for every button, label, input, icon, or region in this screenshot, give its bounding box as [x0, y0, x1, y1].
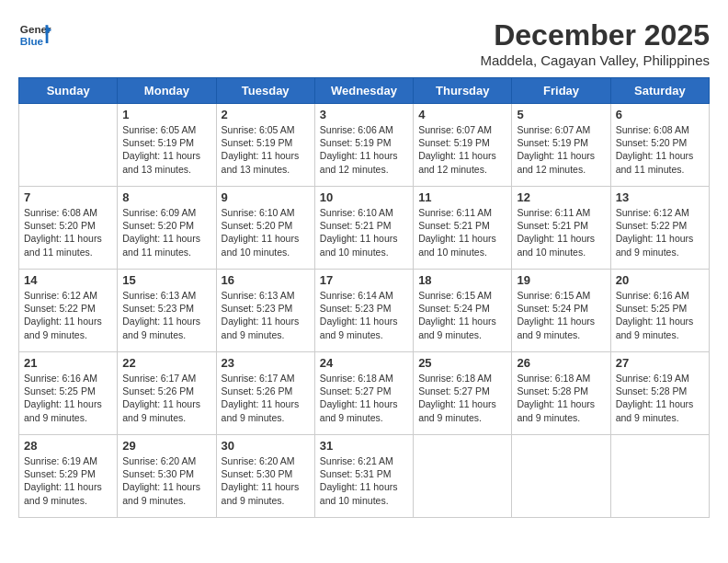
svg-text:Blue: Blue	[20, 35, 44, 47]
svg-rect-3	[46, 25, 49, 43]
day-number: 6	[616, 108, 704, 121]
calendar-cell: 9Sunrise: 6:10 AMSunset: 5:20 PMDaylight…	[216, 187, 314, 270]
calendar-table: SundayMondayTuesdayWednesdayThursdayFrid…	[18, 77, 710, 518]
calendar-week-row: 14Sunrise: 6:12 AMSunset: 5:22 PMDayligh…	[19, 270, 710, 352]
day-info: Sunrise: 6:14 AMSunset: 5:23 PMDaylight:…	[320, 289, 408, 341]
day-info: Sunrise: 6:16 AMSunset: 5:25 PMDaylight:…	[616, 289, 704, 341]
calendar-cell	[19, 104, 118, 187]
day-info: Sunrise: 6:09 AMSunset: 5:20 PMDaylight:…	[122, 206, 210, 259]
day-info: Sunrise: 6:18 AMSunset: 5:27 PMDaylight:…	[320, 372, 408, 424]
calendar-cell: 22Sunrise: 6:17 AMSunset: 5:26 PMDayligh…	[118, 352, 216, 435]
calendar-cell: 25Sunrise: 6:18 AMSunset: 5:27 PMDayligh…	[414, 352, 512, 435]
calendar-cell: 12Sunrise: 6:11 AMSunset: 5:21 PMDayligh…	[512, 187, 610, 270]
day-info: Sunrise: 6:13 AMSunset: 5:23 PMDaylight:…	[222, 289, 310, 341]
calendar-header-row: SundayMondayTuesdayWednesdayThursdayFrid…	[19, 78, 710, 104]
day-info: Sunrise: 6:07 AMSunset: 5:19 PMDaylight:…	[418, 123, 506, 176]
day-info: Sunrise: 6:15 AMSunset: 5:24 PMDaylight:…	[517, 289, 605, 341]
day-info: Sunrise: 6:10 AMSunset: 5:21 PMDaylight:…	[320, 206, 408, 259]
day-info: Sunrise: 6:13 AMSunset: 5:23 PMDaylight:…	[122, 289, 210, 341]
calendar-cell: 31Sunrise: 6:21 AMSunset: 5:31 PMDayligh…	[314, 435, 413, 518]
calendar-cell: 26Sunrise: 6:18 AMSunset: 5:28 PMDayligh…	[512, 352, 610, 435]
calendar-cell: 15Sunrise: 6:13 AMSunset: 5:23 PMDayligh…	[118, 270, 216, 352]
day-number: 9	[222, 190, 310, 204]
calendar-cell: 16Sunrise: 6:13 AMSunset: 5:23 PMDayligh…	[216, 270, 314, 352]
calendar-week-row: 28Sunrise: 6:19 AMSunset: 5:29 PMDayligh…	[19, 435, 710, 518]
calendar-cell	[414, 435, 512, 518]
calendar-cell: 27Sunrise: 6:19 AMSunset: 5:28 PMDayligh…	[610, 352, 709, 435]
day-number: 7	[24, 190, 112, 204]
day-info: Sunrise: 6:11 AMSunset: 5:21 PMDaylight:…	[418, 206, 506, 259]
day-info: Sunrise: 6:18 AMSunset: 5:28 PMDaylight:…	[517, 372, 605, 424]
calendar-week-row: 7Sunrise: 6:08 AMSunset: 5:20 PMDaylight…	[19, 187, 710, 270]
day-info: Sunrise: 6:19 AMSunset: 5:29 PMDaylight:…	[24, 454, 112, 507]
calendar-cell	[610, 435, 709, 518]
calendar-cell: 28Sunrise: 6:19 AMSunset: 5:29 PMDayligh…	[19, 435, 118, 518]
day-number: 22	[122, 356, 210, 370]
logo: General Blue	[18, 18, 51, 52]
calendar-cell	[512, 435, 610, 518]
column-header-sunday: Sunday	[19, 78, 118, 104]
day-number: 19	[517, 273, 605, 287]
day-info: Sunrise: 6:17 AMSunset: 5:26 PMDaylight:…	[222, 372, 310, 424]
day-info: Sunrise: 6:12 AMSunset: 5:22 PMDaylight:…	[24, 289, 112, 341]
day-number: 1	[122, 108, 210, 121]
day-number: 12	[517, 190, 605, 204]
calendar-cell: 23Sunrise: 6:17 AMSunset: 5:26 PMDayligh…	[216, 352, 314, 435]
calendar-cell: 1Sunrise: 6:05 AMSunset: 5:19 PMDaylight…	[118, 104, 216, 187]
day-number: 5	[517, 108, 605, 121]
calendar-cell: 14Sunrise: 6:12 AMSunset: 5:22 PMDayligh…	[19, 270, 118, 352]
day-number: 16	[222, 273, 310, 287]
day-info: Sunrise: 6:15 AMSunset: 5:24 PMDaylight:…	[418, 289, 506, 341]
day-info: Sunrise: 6:20 AMSunset: 5:30 PMDaylight:…	[122, 454, 210, 507]
day-number: 13	[616, 190, 704, 204]
day-info: Sunrise: 6:07 AMSunset: 5:19 PMDaylight:…	[517, 123, 605, 176]
calendar-cell: 4Sunrise: 6:07 AMSunset: 5:19 PMDaylight…	[414, 104, 512, 187]
calendar-cell: 17Sunrise: 6:14 AMSunset: 5:23 PMDayligh…	[314, 270, 413, 352]
day-info: Sunrise: 6:08 AMSunset: 5:20 PMDaylight:…	[24, 206, 112, 259]
calendar-cell: 20Sunrise: 6:16 AMSunset: 5:25 PMDayligh…	[610, 270, 709, 352]
day-info: Sunrise: 6:06 AMSunset: 5:19 PMDaylight:…	[320, 123, 408, 176]
day-info: Sunrise: 6:11 AMSunset: 5:21 PMDaylight:…	[517, 206, 605, 259]
calendar-cell: 2Sunrise: 6:05 AMSunset: 5:19 PMDaylight…	[216, 104, 314, 187]
day-number: 15	[122, 273, 210, 287]
day-number: 26	[517, 356, 605, 370]
day-info: Sunrise: 6:08 AMSunset: 5:20 PMDaylight:…	[616, 123, 704, 176]
day-info: Sunrise: 6:19 AMSunset: 5:28 PMDaylight:…	[616, 372, 704, 424]
title-section: December 2025 Maddela, Cagayan Valley, P…	[480, 18, 710, 68]
calendar-cell: 11Sunrise: 6:11 AMSunset: 5:21 PMDayligh…	[414, 187, 512, 270]
calendar-cell: 24Sunrise: 6:18 AMSunset: 5:27 PMDayligh…	[314, 352, 413, 435]
calendar-week-row: 21Sunrise: 6:16 AMSunset: 5:25 PMDayligh…	[19, 352, 710, 435]
day-number: 31	[320, 439, 408, 453]
day-info: Sunrise: 6:12 AMSunset: 5:22 PMDaylight:…	[616, 206, 704, 259]
calendar-cell: 3Sunrise: 6:06 AMSunset: 5:19 PMDaylight…	[314, 104, 413, 187]
column-header-tuesday: Tuesday	[216, 78, 314, 104]
day-number: 21	[24, 356, 112, 370]
calendar-cell: 8Sunrise: 6:09 AMSunset: 5:20 PMDaylight…	[118, 187, 216, 270]
column-header-friday: Friday	[512, 78, 610, 104]
logo-icon: General Blue	[18, 18, 51, 52]
day-number: 23	[222, 356, 310, 370]
day-info: Sunrise: 6:10 AMSunset: 5:20 PMDaylight:…	[222, 206, 310, 259]
day-number: 30	[222, 439, 310, 453]
calendar-cell: 6Sunrise: 6:08 AMSunset: 5:20 PMDaylight…	[610, 104, 709, 187]
calendar-cell: 19Sunrise: 6:15 AMSunset: 5:24 PMDayligh…	[512, 270, 610, 352]
column-header-thursday: Thursday	[414, 78, 512, 104]
day-info: Sunrise: 6:05 AMSunset: 5:19 PMDaylight:…	[122, 123, 210, 176]
calendar-cell: 21Sunrise: 6:16 AMSunset: 5:25 PMDayligh…	[19, 352, 118, 435]
calendar-cell: 29Sunrise: 6:20 AMSunset: 5:30 PMDayligh…	[118, 435, 216, 518]
day-info: Sunrise: 6:18 AMSunset: 5:27 PMDaylight:…	[418, 372, 506, 424]
day-number: 20	[616, 273, 704, 287]
day-number: 24	[320, 356, 408, 370]
day-number: 29	[122, 439, 210, 453]
day-number: 17	[320, 273, 408, 287]
location-subtitle: Maddela, Cagayan Valley, Philippines	[480, 52, 710, 68]
column-header-saturday: Saturday	[610, 78, 709, 104]
day-number: 2	[222, 108, 310, 121]
day-info: Sunrise: 6:05 AMSunset: 5:19 PMDaylight:…	[222, 123, 310, 176]
calendar-cell: 18Sunrise: 6:15 AMSunset: 5:24 PMDayligh…	[414, 270, 512, 352]
calendar-cell: 7Sunrise: 6:08 AMSunset: 5:20 PMDaylight…	[19, 187, 118, 270]
calendar-cell: 30Sunrise: 6:20 AMSunset: 5:30 PMDayligh…	[216, 435, 314, 518]
day-number: 10	[320, 190, 408, 204]
day-number: 4	[418, 108, 506, 121]
day-number: 11	[418, 190, 506, 204]
